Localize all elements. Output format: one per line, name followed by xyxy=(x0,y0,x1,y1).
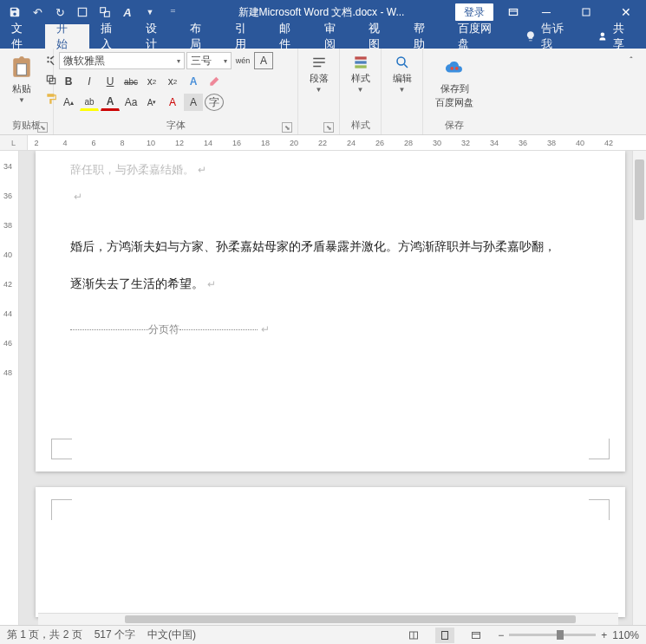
body-line-0: 辞任职，与孙柔嘉结婚。 xyxy=(70,163,194,176)
text-effects-icon[interactable]: A xyxy=(184,73,203,90)
save-icon[interactable] xyxy=(5,3,24,22)
tell-me[interactable]: 告诉我 xyxy=(513,24,585,49)
subscript-button[interactable]: x2 xyxy=(142,73,161,90)
print-layout-icon[interactable] xyxy=(435,628,454,643)
chevron-down-icon: ▼ xyxy=(357,86,364,94)
group-baidu-save: 保存到 百度网盘 保存 xyxy=(423,49,486,134)
document-area: 3436384042444648 辞任职，与孙柔嘉结婚。↵ ↵ 婚后，方鸿渐夫妇… xyxy=(0,151,646,625)
char-border-icon[interactable]: A xyxy=(254,52,273,69)
share-button[interactable]: 共享 xyxy=(585,24,646,49)
dialog-launcher-icon[interactable]: ⬊ xyxy=(282,122,292,133)
paragraph-group-label: ⬊ xyxy=(303,119,334,133)
tab-mail[interactable]: 邮件 xyxy=(268,24,313,49)
vertical-scrollbar[interactable] xyxy=(632,151,646,625)
char-shading-icon[interactable]: A xyxy=(184,94,203,111)
tab-help[interactable]: 帮助 xyxy=(402,24,447,49)
svg-rect-13 xyxy=(473,632,480,638)
font-color-icon[interactable]: A xyxy=(101,94,120,111)
styles-button[interactable]: 样式 ▼ xyxy=(349,52,373,95)
eraser-icon[interactable] xyxy=(205,73,224,90)
superscript-button[interactable]: x2 xyxy=(163,73,182,90)
group-clipboard: 粘贴 ▼ 剪贴板⬊ xyxy=(0,49,54,134)
read-mode-icon[interactable] xyxy=(404,628,423,643)
undo-icon[interactable]: ↶ xyxy=(28,3,47,22)
horizontal-ruler[interactable]: L 24681012141618202224262830323436384042 xyxy=(0,135,646,151)
highlight-icon[interactable]: ab xyxy=(80,94,99,111)
save-baidu-label1: 保存到 xyxy=(440,82,469,95)
page-indicator[interactable]: 第 1 页，共 2 页 xyxy=(7,628,82,642)
paragraph-button[interactable]: 段落 ▼ xyxy=(307,52,331,95)
zoom-in-button[interactable]: + xyxy=(601,629,607,641)
paste-label: 粘贴 xyxy=(12,82,31,95)
tab-layout[interactable]: 布局 xyxy=(179,24,224,49)
paste-button[interactable]: 粘贴 ▼ xyxy=(5,52,38,106)
grow-font-icon[interactable]: A▴ xyxy=(59,94,78,111)
scrollbar-thumb[interactable] xyxy=(635,159,644,220)
collapse-ribbon-icon[interactable]: ˆ xyxy=(622,52,641,69)
scrollbar-thumb[interactable] xyxy=(125,615,576,623)
change-case-icon[interactable]: Aa xyxy=(121,94,140,111)
qat-dropdown-icon[interactable]: ▼ xyxy=(140,3,160,22)
web-layout-icon[interactable] xyxy=(467,628,486,643)
language-indicator[interactable]: 中文(中国) xyxy=(147,628,196,642)
save-to-baidu-button[interactable]: 保存到 百度网盘 xyxy=(433,52,476,111)
underline-button[interactable]: U xyxy=(101,73,120,90)
font-group-label: 字体⬊ xyxy=(59,119,292,133)
share-label: 共享 xyxy=(613,21,635,52)
editing-button[interactable]: 编辑 ▼ xyxy=(390,52,414,95)
body-line-1: 婚后，方鸿渐夫妇与方家、孙柔嘉姑母家的矛盾暴露并激化。方鸿渐辞职并与孙柔嘉吵翻， xyxy=(70,239,556,253)
redo-icon[interactable]: ↻ xyxy=(50,3,69,22)
tab-references[interactable]: 引用 xyxy=(224,24,269,49)
dialog-launcher-icon[interactable]: ⬊ xyxy=(323,122,334,133)
font-size-combo[interactable]: 三号▾ xyxy=(186,52,232,69)
tell-me-label: 告诉我 xyxy=(541,21,574,52)
horizontal-scrollbar[interactable] xyxy=(38,613,618,625)
qat-extra-3-icon[interactable]: A xyxy=(118,3,137,22)
zoom-slider[interactable] xyxy=(509,634,596,636)
svg-rect-5 xyxy=(17,64,27,75)
paragraph-mark-icon: ↵ xyxy=(204,278,216,290)
ribbon-display-icon[interactable] xyxy=(500,0,526,24)
tab-home[interactable]: 开始 xyxy=(45,24,90,49)
paragraph-mark-icon: ↵ xyxy=(70,191,82,203)
document-scroll[interactable]: 辞任职，与孙柔嘉结婚。↵ ↵ 婚后，方鸿渐夫妇与方家、孙柔嘉姑母家的矛盾暴露并激… xyxy=(19,151,632,625)
svg-point-9 xyxy=(450,67,454,70)
styles-group-label: 样式 xyxy=(345,119,375,133)
tab-file[interactable]: 文件 xyxy=(0,24,45,49)
dialog-launcher-icon[interactable]: ⬊ xyxy=(37,122,48,133)
clear-format-icon[interactable]: A xyxy=(163,94,182,111)
zoom-out-button[interactable]: − xyxy=(498,629,504,641)
bold-button[interactable]: B xyxy=(59,73,78,90)
tab-insert[interactable]: 插入 xyxy=(89,24,134,49)
ruler-corner[interactable]: L xyxy=(0,135,28,150)
tab-view[interactable]: 视图 xyxy=(357,24,402,49)
cloud-icon xyxy=(440,54,468,81)
login-button[interactable]: 登录 xyxy=(455,3,493,21)
shrink-font-icon[interactable]: A▾ xyxy=(142,94,161,111)
window-title: 新建Microsoft Word 文档.docx - W... xyxy=(187,5,455,20)
strike-button[interactable]: abc xyxy=(121,73,140,90)
paste-icon xyxy=(8,54,36,81)
word-count[interactable]: 517 个字 xyxy=(95,628,135,642)
tab-baidu[interactable]: 百度网盘 xyxy=(447,24,513,49)
svg-rect-12 xyxy=(442,631,448,639)
enclose-char-icon[interactable]: 字 xyxy=(205,94,224,111)
ribbon: 粘贴 ▼ 剪贴板⬊ 微软雅黑▾ 三号▾ wén A B I U abc xyxy=(0,49,646,135)
zoom-level[interactable]: 110% xyxy=(612,629,639,641)
qat-more-icon[interactable]: ⁼ xyxy=(163,3,182,22)
chevron-down-icon: ▼ xyxy=(399,86,406,94)
italic-button[interactable]: I xyxy=(80,73,99,90)
vertical-ruler[interactable]: 3436384042444648 xyxy=(0,151,19,625)
qat-extra-2-icon[interactable] xyxy=(95,3,114,22)
zoom-knob[interactable] xyxy=(557,630,564,640)
styles-icon xyxy=(352,54,369,71)
margin-mark xyxy=(589,439,610,459)
tab-design[interactable]: 设计 xyxy=(134,24,179,49)
ribbon-tabs: 文件 开始 插入 设计 布局 引用 邮件 审阅 视图 帮助 百度网盘 告诉我 共… xyxy=(0,24,646,49)
page-1[interactable]: 辞任职，与孙柔嘉结婚。↵ ↵ 婚后，方鸿渐夫妇与方家、孙柔嘉姑母家的矛盾暴露并激… xyxy=(36,151,625,472)
tab-review[interactable]: 审阅 xyxy=(313,24,358,49)
phonetic-guide-icon[interactable]: wén xyxy=(233,52,252,69)
page-2[interactable] xyxy=(36,487,625,617)
font-name-combo[interactable]: 微软雅黑▾ xyxy=(59,52,185,69)
qat-extra-1-icon[interactable] xyxy=(73,3,92,22)
